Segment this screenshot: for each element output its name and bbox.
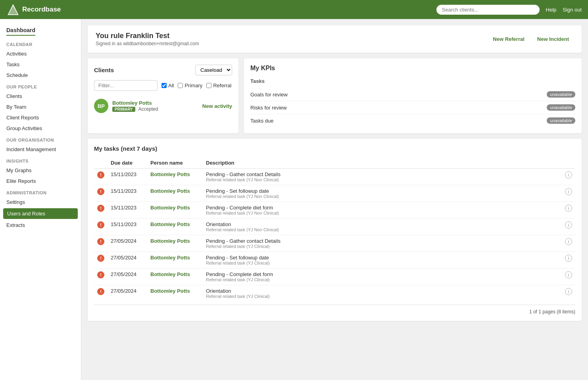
sidebar-item-clients[interactable]: Clients bbox=[0, 91, 81, 102]
primary-checkbox[interactable] bbox=[178, 83, 183, 88]
sidebar-item-tasks[interactable]: Tasks bbox=[0, 59, 81, 70]
primary-label: Primary bbox=[184, 83, 202, 88]
sidebar-item-settings[interactable]: Settings bbox=[0, 197, 81, 207]
info-icon[interactable]: i bbox=[565, 288, 572, 295]
primary-checkbox-label[interactable]: Primary bbox=[178, 83, 202, 88]
task-person: Bottomley Potts bbox=[147, 219, 203, 235]
avatar: BP bbox=[94, 99, 108, 113]
referral-label: Referral bbox=[213, 83, 231, 88]
tasks-title: My tasks (next 7 days) bbox=[94, 145, 575, 152]
new-activity-link[interactable]: New activity bbox=[202, 103, 232, 109]
sidebar-item-schedule[interactable]: Schedule bbox=[0, 70, 81, 81]
alert-icon-cell: ! bbox=[94, 252, 108, 269]
client-info: BP Bottomley Potts PRIMARY Accepted bbox=[94, 99, 158, 113]
task-date: 15/11/2023 bbox=[108, 169, 147, 185]
sidebar: Dashboard CALENDAR Activities Tasks Sche… bbox=[0, 19, 81, 380]
task-desc-sub: Referral related task (YJ Non Clinical) bbox=[206, 227, 559, 232]
person-link[interactable]: Bottomley Potts bbox=[150, 221, 190, 227]
person-link[interactable]: Bottomley Potts bbox=[150, 255, 190, 261]
help-link[interactable]: Help bbox=[546, 7, 557, 13]
task-date: 27/05/2024 bbox=[108, 252, 147, 269]
task-date: 15/11/2023 bbox=[108, 185, 147, 202]
tasks-header-row: Due date Person name Description bbox=[94, 157, 575, 169]
clients-panel: Clients Caseload All Active All bbox=[88, 58, 238, 133]
person-link[interactable]: Bottomley Potts bbox=[150, 238, 190, 244]
task-person: Bottomley Potts bbox=[147, 285, 203, 302]
kpi-badge-goals: unavailable bbox=[547, 91, 575, 98]
table-row: ! 27/05/2024 Bottomley Potts Pending - G… bbox=[94, 235, 575, 252]
table-row: ! 15/11/2023 Bottomley Potts Orientation… bbox=[94, 219, 575, 235]
info-icon[interactable]: i bbox=[565, 271, 572, 278]
kpi-label-goals: Goals for review bbox=[250, 92, 288, 98]
sign-out-link[interactable]: Sign out bbox=[563, 7, 582, 13]
sidebar-section-administration: ADMINISTRATION Settings Users and Roles … bbox=[0, 186, 81, 230]
info-icon[interactable]: i bbox=[565, 205, 572, 212]
person-link[interactable]: Bottomley Potts bbox=[150, 271, 190, 277]
alert-icon-cell: ! bbox=[94, 185, 108, 202]
all-checkbox-label[interactable]: All bbox=[161, 83, 174, 88]
sidebar-dashboard[interactable]: Dashboard bbox=[0, 24, 81, 38]
clients-header: Clients Caseload All Active bbox=[94, 65, 232, 75]
section-label-administration: ADMINISTRATION bbox=[0, 186, 81, 197]
section-label-our-people: OUR PEOPLE bbox=[0, 81, 81, 91]
sidebar-section-calendar: CALENDAR Activities Tasks Schedule bbox=[0, 38, 81, 81]
task-info-cell: i bbox=[562, 285, 575, 302]
filter-input[interactable] bbox=[94, 80, 158, 91]
alert-icon-cell: ! bbox=[94, 235, 108, 252]
person-link[interactable]: Bottomley Potts bbox=[150, 171, 190, 177]
brand-icon bbox=[6, 3, 20, 16]
info-icon[interactable]: i bbox=[565, 188, 572, 195]
info-icon[interactable]: i bbox=[565, 171, 572, 178]
alert-icon: ! bbox=[97, 255, 104, 262]
referral-checkbox[interactable] bbox=[206, 83, 211, 88]
info-icon[interactable]: i bbox=[565, 255, 572, 262]
task-date: 27/05/2024 bbox=[108, 285, 147, 302]
alert-icon-cell: ! bbox=[94, 219, 108, 235]
sidebar-item-elite-reports[interactable]: Elite Reports bbox=[0, 176, 81, 186]
person-link[interactable]: Bottomley Potts bbox=[150, 188, 190, 194]
task-desc: Pending - Gather contact Details Referra… bbox=[203, 169, 562, 185]
sidebar-item-users-and-roles[interactable]: Users and Roles bbox=[3, 208, 78, 219]
new-incident-button[interactable]: New Incident bbox=[532, 34, 574, 44]
sidebar-item-client-reports[interactable]: Client Reports bbox=[0, 112, 81, 123]
kpis-panel: My KPIs Tasks Goals for review unavailab… bbox=[244, 58, 582, 133]
referral-checkbox-label[interactable]: Referral bbox=[206, 83, 231, 88]
header-card: You rule Franklin Test Signed in as wild… bbox=[88, 25, 582, 53]
sidebar-item-activities[interactable]: Activities bbox=[0, 48, 81, 59]
table-row: ! 15/11/2023 Bottomley Potts Pending - C… bbox=[94, 202, 575, 219]
kpi-badge-tasks: unavailable bbox=[547, 117, 575, 124]
caseload-select[interactable]: Caseload All Active bbox=[195, 65, 232, 75]
sidebar-item-group-activities[interactable]: Group Activities bbox=[0, 123, 81, 134]
task-person: Bottomley Potts bbox=[147, 235, 203, 252]
task-desc: Orientation Referral related task (YJ Cl… bbox=[203, 285, 562, 302]
person-link[interactable]: Bottomley Potts bbox=[150, 288, 190, 294]
new-referral-button[interactable]: New Referral bbox=[488, 34, 529, 44]
filter-row: All Primary Referral bbox=[94, 80, 232, 91]
task-desc: Pending - Gather contact Details Referra… bbox=[203, 235, 562, 252]
search-input[interactable] bbox=[436, 5, 540, 15]
all-label: All bbox=[168, 83, 174, 88]
task-desc: Pending - Set followup date Referral rel… bbox=[203, 252, 562, 269]
layout: Dashboard CALENDAR Activities Tasks Sche… bbox=[0, 19, 588, 380]
sidebar-item-extracts[interactable]: Extracts bbox=[0, 220, 81, 230]
person-link[interactable]: Bottomley Potts bbox=[150, 205, 190, 211]
task-desc-main: Orientation bbox=[206, 288, 559, 294]
all-checkbox[interactable] bbox=[161, 83, 167, 88]
info-icon[interactable]: i bbox=[565, 238, 572, 245]
header-actions: New Referral New Incident bbox=[488, 34, 574, 44]
client-details: Bottomley Potts PRIMARY Accepted bbox=[112, 100, 158, 112]
task-info-cell: i bbox=[562, 235, 575, 252]
sidebar-item-incident-management[interactable]: Incident Management bbox=[0, 144, 81, 155]
sidebar-item-my-graphs[interactable]: My Graphs bbox=[0, 165, 81, 176]
sidebar-item-by-team[interactable]: By Team bbox=[0, 102, 81, 112]
th-description: Description bbox=[203, 157, 562, 169]
task-info-cell: i bbox=[562, 169, 575, 185]
th-person-name: Person name bbox=[147, 157, 203, 169]
info-icon[interactable]: i bbox=[565, 221, 572, 228]
client-name-link[interactable]: Bottomley Potts bbox=[112, 100, 152, 106]
top-nav: Recordbase Help Sign out bbox=[0, 0, 588, 19]
sidebar-active-label: Dashboard bbox=[6, 27, 35, 36]
kpi-label-risks: Risks for review bbox=[250, 105, 287, 111]
brand-logo: Recordbase bbox=[6, 3, 61, 16]
task-desc-sub: Referral related task (YJ Clinical) bbox=[206, 244, 559, 249]
